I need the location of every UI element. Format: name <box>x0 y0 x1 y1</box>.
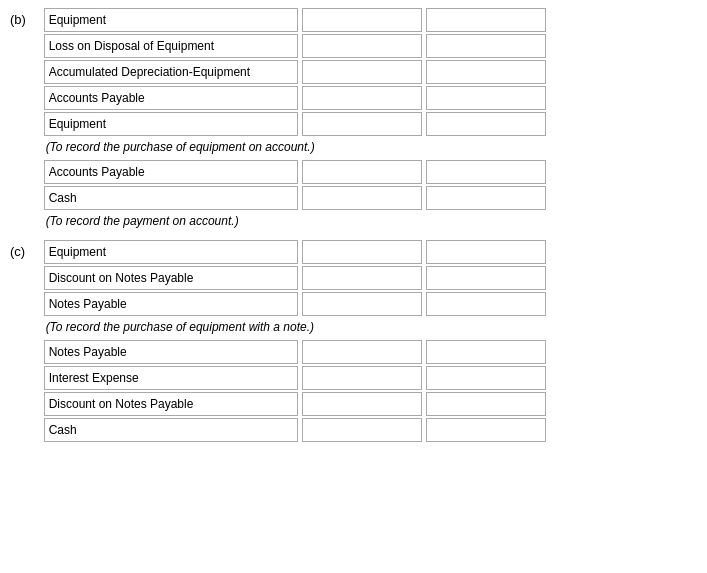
credit-cell <box>426 60 546 84</box>
section-c-group2 <box>44 340 696 442</box>
credit-input[interactable] <box>426 112 546 136</box>
account-cell <box>44 60 298 84</box>
section-c-content: (To record the purchase of equipment wit… <box>44 240 696 444</box>
table-row <box>44 34 696 58</box>
debit-input[interactable] <box>302 160 422 184</box>
credit-cell <box>426 366 546 390</box>
table-row <box>44 112 696 136</box>
account-cell <box>44 8 298 32</box>
credit-input[interactable] <box>426 240 546 264</box>
account-input[interactable] <box>44 34 298 58</box>
credit-input[interactable] <box>426 86 546 110</box>
debit-input[interactable] <box>302 8 422 32</box>
account-input[interactable] <box>44 418 298 442</box>
table-row <box>44 186 696 210</box>
table-row <box>44 292 696 316</box>
debit-input[interactable] <box>302 86 422 110</box>
section-c: (c) <box>10 240 697 444</box>
account-cell <box>44 392 298 416</box>
section-b-content: (To record the purchase of equipment on … <box>44 8 696 234</box>
account-input[interactable] <box>44 112 298 136</box>
debit-cell <box>302 418 422 442</box>
table-row <box>44 160 696 184</box>
section-b-group2: (To record the payment on account.) <box>44 160 696 228</box>
debit-input[interactable] <box>302 292 422 316</box>
group3-note: (To record the purchase of equipment wit… <box>44 320 696 334</box>
account-input[interactable] <box>44 60 298 84</box>
credit-input[interactable] <box>426 60 546 84</box>
table-row <box>44 60 696 84</box>
credit-cell <box>426 240 546 264</box>
account-cell <box>44 86 298 110</box>
credit-input[interactable] <box>426 160 546 184</box>
journal-container: (b) <box>0 0 707 458</box>
account-cell <box>44 418 298 442</box>
account-cell <box>44 112 298 136</box>
table-row <box>44 366 696 390</box>
debit-cell <box>302 266 422 290</box>
credit-input[interactable] <box>426 366 546 390</box>
group2-note: (To record the payment on account.) <box>44 214 696 228</box>
debit-input[interactable] <box>302 186 422 210</box>
credit-cell <box>426 86 546 110</box>
debit-cell <box>302 60 422 84</box>
account-cell <box>44 266 298 290</box>
account-input[interactable] <box>44 266 298 290</box>
table-row <box>44 266 696 290</box>
credit-input[interactable] <box>426 292 546 316</box>
group1-note: (To record the purchase of equipment on … <box>44 140 696 154</box>
debit-cell <box>302 34 422 58</box>
account-input[interactable] <box>44 240 298 264</box>
credit-cell <box>426 266 546 290</box>
credit-input[interactable] <box>426 340 546 364</box>
debit-input[interactable] <box>302 418 422 442</box>
account-input[interactable] <box>44 186 298 210</box>
credit-input[interactable] <box>426 266 546 290</box>
table-row <box>44 418 696 442</box>
account-cell <box>44 292 298 316</box>
credit-cell <box>426 160 546 184</box>
debit-input[interactable] <box>302 240 422 264</box>
debit-input[interactable] <box>302 366 422 390</box>
debit-input[interactable] <box>302 266 422 290</box>
account-input[interactable] <box>44 392 298 416</box>
debit-input[interactable] <box>302 34 422 58</box>
section-c-group1: (To record the purchase of equipment wit… <box>44 240 696 334</box>
account-input[interactable] <box>44 292 298 316</box>
account-cell <box>44 186 298 210</box>
credit-cell <box>426 112 546 136</box>
account-input[interactable] <box>44 8 298 32</box>
debit-input[interactable] <box>302 60 422 84</box>
table-row <box>44 8 696 32</box>
credit-cell <box>426 418 546 442</box>
debit-cell <box>302 240 422 264</box>
section-c-label: (c) <box>10 240 40 259</box>
credit-cell <box>426 34 546 58</box>
account-cell <box>44 34 298 58</box>
account-cell <box>44 340 298 364</box>
section-b-group1: (To record the purchase of equipment on … <box>44 8 696 154</box>
account-cell <box>44 366 298 390</box>
credit-input[interactable] <box>426 186 546 210</box>
credit-cell <box>426 292 546 316</box>
account-input[interactable] <box>44 366 298 390</box>
debit-cell <box>302 160 422 184</box>
debit-cell <box>302 366 422 390</box>
debit-input[interactable] <box>302 340 422 364</box>
credit-input[interactable] <box>426 34 546 58</box>
debit-cell <box>302 86 422 110</box>
account-input[interactable] <box>44 86 298 110</box>
credit-input[interactable] <box>426 8 546 32</box>
credit-cell <box>426 186 546 210</box>
account-cell <box>44 160 298 184</box>
credit-input[interactable] <box>426 392 546 416</box>
account-input[interactable] <box>44 160 298 184</box>
account-input[interactable] <box>44 340 298 364</box>
credit-input[interactable] <box>426 418 546 442</box>
debit-cell <box>302 186 422 210</box>
table-row <box>44 240 696 264</box>
debit-input[interactable] <box>302 392 422 416</box>
table-row <box>44 340 696 364</box>
debit-input[interactable] <box>302 112 422 136</box>
debit-cell <box>302 292 422 316</box>
